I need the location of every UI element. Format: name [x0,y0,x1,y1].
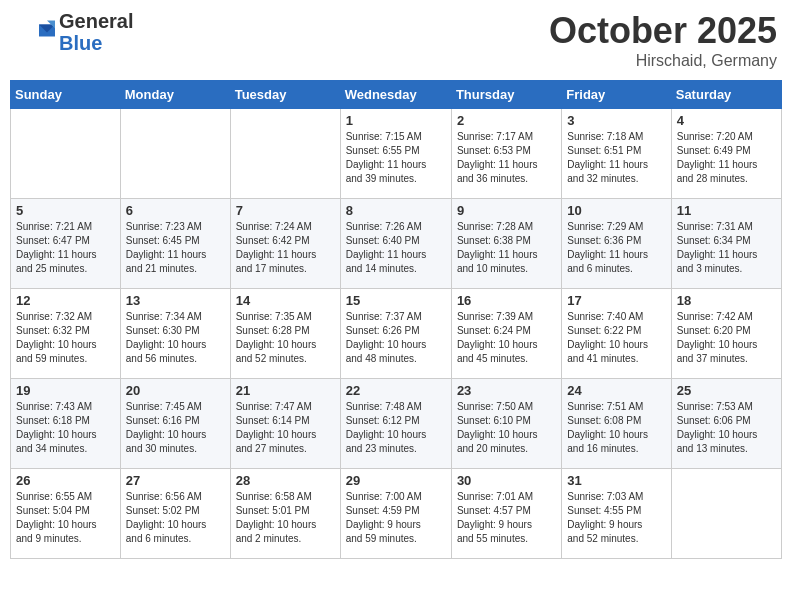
calendar-cell: 13Sunrise: 7:34 AM Sunset: 6:30 PM Dayli… [120,289,230,379]
calendar-cell [671,469,781,559]
logo-icon [15,20,55,45]
calendar-week-row: 19Sunrise: 7:43 AM Sunset: 6:18 PM Dayli… [11,379,782,469]
month-title: October 2025 [549,10,777,52]
calendar-cell: 15Sunrise: 7:37 AM Sunset: 6:26 PM Dayli… [340,289,451,379]
calendar-cell: 10Sunrise: 7:29 AM Sunset: 6:36 PM Dayli… [562,199,671,289]
calendar-week-row: 1Sunrise: 7:15 AM Sunset: 6:55 PM Daylig… [11,109,782,199]
calendar-cell: 11Sunrise: 7:31 AM Sunset: 6:34 PM Dayli… [671,199,781,289]
calendar-cell: 30Sunrise: 7:01 AM Sunset: 4:57 PM Dayli… [451,469,561,559]
day-number: 5 [16,203,115,218]
calendar-week-row: 12Sunrise: 7:32 AM Sunset: 6:32 PM Dayli… [11,289,782,379]
day-number: 11 [677,203,776,218]
cell-content: Sunrise: 7:43 AM Sunset: 6:18 PM Dayligh… [16,400,115,456]
cell-content: Sunrise: 7:51 AM Sunset: 6:08 PM Dayligh… [567,400,665,456]
calendar-cell: 19Sunrise: 7:43 AM Sunset: 6:18 PM Dayli… [11,379,121,469]
calendar-cell: 9Sunrise: 7:28 AM Sunset: 6:38 PM Daylig… [451,199,561,289]
cell-content: Sunrise: 7:47 AM Sunset: 6:14 PM Dayligh… [236,400,335,456]
calendar-table: SundayMondayTuesdayWednesdayThursdayFrid… [10,80,782,559]
location-title: Hirschaid, Germany [549,52,777,70]
cell-content: Sunrise: 6:58 AM Sunset: 5:01 PM Dayligh… [236,490,335,546]
cell-content: Sunrise: 7:15 AM Sunset: 6:55 PM Dayligh… [346,130,446,186]
calendar-cell: 28Sunrise: 6:58 AM Sunset: 5:01 PM Dayli… [230,469,340,559]
calendar-cell: 7Sunrise: 7:24 AM Sunset: 6:42 PM Daylig… [230,199,340,289]
calendar-cell [120,109,230,199]
cell-content: Sunrise: 7:40 AM Sunset: 6:22 PM Dayligh… [567,310,665,366]
logo-blue: Blue [59,32,133,54]
day-header-monday: Monday [120,81,230,109]
day-number: 31 [567,473,665,488]
calendar-cell: 3Sunrise: 7:18 AM Sunset: 6:51 PM Daylig… [562,109,671,199]
day-number: 16 [457,293,556,308]
day-number: 30 [457,473,556,488]
calendar-cell: 26Sunrise: 6:55 AM Sunset: 5:04 PM Dayli… [11,469,121,559]
cell-content: Sunrise: 7:03 AM Sunset: 4:55 PM Dayligh… [567,490,665,546]
calendar-week-row: 5Sunrise: 7:21 AM Sunset: 6:47 PM Daylig… [11,199,782,289]
day-header-sunday: Sunday [11,81,121,109]
day-number: 26 [16,473,115,488]
day-number: 29 [346,473,446,488]
day-number: 23 [457,383,556,398]
cell-content: Sunrise: 7:21 AM Sunset: 6:47 PM Dayligh… [16,220,115,276]
calendar-cell: 16Sunrise: 7:39 AM Sunset: 6:24 PM Dayli… [451,289,561,379]
cell-content: Sunrise: 6:55 AM Sunset: 5:04 PM Dayligh… [16,490,115,546]
day-header-tuesday: Tuesday [230,81,340,109]
calendar-cell: 24Sunrise: 7:51 AM Sunset: 6:08 PM Dayli… [562,379,671,469]
calendar-header-row: SundayMondayTuesdayWednesdayThursdayFrid… [11,81,782,109]
cell-content: Sunrise: 7:37 AM Sunset: 6:26 PM Dayligh… [346,310,446,366]
calendar-cell: 27Sunrise: 6:56 AM Sunset: 5:02 PM Dayli… [120,469,230,559]
day-number: 9 [457,203,556,218]
day-number: 1 [346,113,446,128]
calendar-cell: 21Sunrise: 7:47 AM Sunset: 6:14 PM Dayli… [230,379,340,469]
day-number: 21 [236,383,335,398]
calendar-cell: 17Sunrise: 7:40 AM Sunset: 6:22 PM Dayli… [562,289,671,379]
day-number: 18 [677,293,776,308]
cell-content: Sunrise: 7:31 AM Sunset: 6:34 PM Dayligh… [677,220,776,276]
day-number: 10 [567,203,665,218]
day-number: 14 [236,293,335,308]
calendar-cell: 6Sunrise: 7:23 AM Sunset: 6:45 PM Daylig… [120,199,230,289]
day-header-wednesday: Wednesday [340,81,451,109]
calendar-cell [230,109,340,199]
page-header: General Blue October 2025 Hirschaid, Ger… [10,10,782,70]
cell-content: Sunrise: 7:50 AM Sunset: 6:10 PM Dayligh… [457,400,556,456]
cell-content: Sunrise: 7:35 AM Sunset: 6:28 PM Dayligh… [236,310,335,366]
cell-content: Sunrise: 7:42 AM Sunset: 6:20 PM Dayligh… [677,310,776,366]
calendar-cell: 12Sunrise: 7:32 AM Sunset: 6:32 PM Dayli… [11,289,121,379]
day-header-thursday: Thursday [451,81,561,109]
cell-content: Sunrise: 6:56 AM Sunset: 5:02 PM Dayligh… [126,490,225,546]
logo-general: General [59,10,133,32]
cell-content: Sunrise: 7:34 AM Sunset: 6:30 PM Dayligh… [126,310,225,366]
cell-content: Sunrise: 7:39 AM Sunset: 6:24 PM Dayligh… [457,310,556,366]
calendar-cell: 5Sunrise: 7:21 AM Sunset: 6:47 PM Daylig… [11,199,121,289]
cell-content: Sunrise: 7:28 AM Sunset: 6:38 PM Dayligh… [457,220,556,276]
calendar-cell: 25Sunrise: 7:53 AM Sunset: 6:06 PM Dayli… [671,379,781,469]
day-number: 12 [16,293,115,308]
day-number: 28 [236,473,335,488]
cell-content: Sunrise: 7:48 AM Sunset: 6:12 PM Dayligh… [346,400,446,456]
day-number: 19 [16,383,115,398]
day-number: 24 [567,383,665,398]
calendar-cell: 2Sunrise: 7:17 AM Sunset: 6:53 PM Daylig… [451,109,561,199]
cell-content: Sunrise: 7:29 AM Sunset: 6:36 PM Dayligh… [567,220,665,276]
calendar-cell: 20Sunrise: 7:45 AM Sunset: 6:16 PM Dayli… [120,379,230,469]
calendar-cell: 18Sunrise: 7:42 AM Sunset: 6:20 PM Dayli… [671,289,781,379]
calendar-cell: 31Sunrise: 7:03 AM Sunset: 4:55 PM Dayli… [562,469,671,559]
day-header-saturday: Saturday [671,81,781,109]
cell-content: Sunrise: 7:01 AM Sunset: 4:57 PM Dayligh… [457,490,556,546]
day-number: 15 [346,293,446,308]
logo: General Blue [15,10,133,54]
calendar-week-row: 26Sunrise: 6:55 AM Sunset: 5:04 PM Dayli… [11,469,782,559]
cell-content: Sunrise: 7:23 AM Sunset: 6:45 PM Dayligh… [126,220,225,276]
calendar-cell [11,109,121,199]
calendar-cell: 29Sunrise: 7:00 AM Sunset: 4:59 PM Dayli… [340,469,451,559]
day-number: 25 [677,383,776,398]
cell-content: Sunrise: 7:24 AM Sunset: 6:42 PM Dayligh… [236,220,335,276]
calendar-cell: 4Sunrise: 7:20 AM Sunset: 6:49 PM Daylig… [671,109,781,199]
cell-content: Sunrise: 7:00 AM Sunset: 4:59 PM Dayligh… [346,490,446,546]
cell-content: Sunrise: 7:45 AM Sunset: 6:16 PM Dayligh… [126,400,225,456]
calendar-cell: 8Sunrise: 7:26 AM Sunset: 6:40 PM Daylig… [340,199,451,289]
day-number: 22 [346,383,446,398]
cell-content: Sunrise: 7:53 AM Sunset: 6:06 PM Dayligh… [677,400,776,456]
calendar-cell: 22Sunrise: 7:48 AM Sunset: 6:12 PM Dayli… [340,379,451,469]
cell-content: Sunrise: 7:18 AM Sunset: 6:51 PM Dayligh… [567,130,665,186]
